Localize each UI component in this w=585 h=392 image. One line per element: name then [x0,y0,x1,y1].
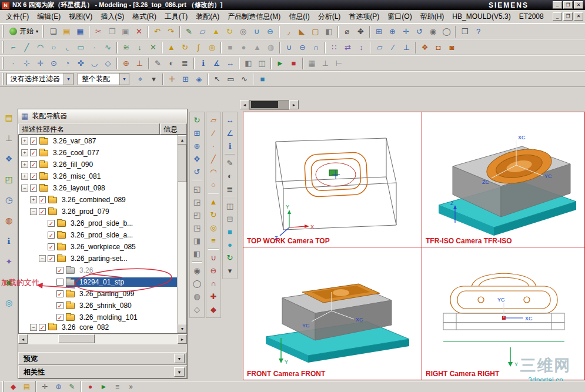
child-restore-icon[interactable]: ❐ [563,12,573,21]
lasso-select-icon[interactable]: ∿ [238,73,251,86]
revolve-strip-icon[interactable]: ↻ [207,209,220,221]
datum-axis-strip-icon[interactable]: ∕ [207,127,220,139]
tree-row[interactable]: ✓3.26 [19,264,177,276]
component-checkbox[interactable]: ✓ [56,302,63,309]
extrude-strip-icon[interactable]: ▲ [207,196,220,208]
assembly-scope-combo[interactable]: 整个装配 ▼ [78,73,129,85]
menu-item-5[interactable]: 工具(T) [161,11,192,22]
zoom-in-icon[interactable]: ⊕ [52,381,65,392]
component-checkbox[interactable]: ✓ [56,290,63,297]
selection-filter-combo[interactable]: 没有选择过滤器 ▼ [6,73,73,85]
scrollbar-track[interactable] [178,182,186,324]
intersect-strip-icon[interactable]: ∩ [207,277,220,290]
update-display-icon[interactable]: ↻ [223,252,236,264]
component-name[interactable]: 3.26_layout_098 [51,183,108,193]
internet-tab-icon[interactable]: ◎ [2,297,15,309]
object-information-icon[interactable]: ℹ [223,140,236,152]
refresh-view-icon[interactable]: ↻ [190,114,203,126]
boolean-intersect-icon[interactable]: ∩ [309,41,323,54]
tree-row[interactable]: ✓3.26_shrink_080 [19,300,177,311]
clip-section-icon[interactable]: ⊟ [223,213,236,225]
edge-blend-icon[interactable]: ◞ [282,25,295,38]
fillet-icon[interactable]: ◟ [61,41,74,54]
measure-distance-strip-icon[interactable]: ↔ [223,114,236,126]
offset-curve-icon[interactable]: ≋ [119,41,133,54]
tree-row[interactable]: ✓3.26_prod_side_b... [19,217,177,229]
touch-mode-icon[interactable]: ✛ [38,381,52,392]
tree-expander[interactable]: − [39,255,46,262]
front-view-icon[interactable]: ◳ [190,222,203,234]
tree-expander[interactable]: + [30,196,37,203]
scale-body-icon[interactable]: ↕ [355,41,368,54]
preview-section-bar[interactable]: 预览 ▼ [18,352,187,365]
fit-view-icon[interactable]: ⊞ [372,25,386,38]
boss-icon[interactable]: ◘ [432,41,445,54]
sweep-icon[interactable]: ∫ [192,41,205,54]
viewport-right[interactable]: XC YC Y RIGHT Camera RIGHT [422,247,585,380]
tree-row-content[interactable]: 3.26_layout_098 [39,183,177,193]
tree-row[interactable]: +✓3.26_combined_089 [19,194,177,206]
reuse-library-tab-icon[interactable]: ◰ [2,173,15,185]
dimensions-icon[interactable]: ⊢ [332,57,346,70]
shell-icon[interactable]: ▢ [309,25,322,38]
pocket-icon[interactable]: ◙ [445,41,459,54]
scrollbar-track[interactable] [28,334,178,344]
edit-display-strip-icon[interactable]: ✎ [223,157,236,169]
component-name[interactable]: 3.26_combined_089 [59,195,128,205]
viewport-tfr-iso[interactable]: XC YC ZC Z TFR-ISO Camera TFR-ISO [422,112,585,247]
hole-strip-icon[interactable]: ◎ [207,222,220,234]
point-strip-icon[interactable]: ∙ [207,140,220,152]
menu-item-7[interactable]: 产品制造信息(M) [223,11,285,22]
tree-expander[interactable]: + [21,149,28,156]
grid-icon[interactable]: ▦ [305,57,319,70]
menu-item-4[interactable]: 格式(R) [128,11,161,22]
tree-row-content[interactable]: 3.26_prod_side_b... [57,219,177,228]
tree-expander[interactable]: − [21,185,28,192]
tree-expander[interactable]: − [30,324,37,331]
component-checkbox[interactable]: ✓ [30,185,37,192]
right-view-icon[interactable]: ◨ [190,234,203,247]
tree-row-content[interactable]: 3.26_molding_101 [66,313,177,322]
menu-item-14[interactable]: ET2008 [515,11,548,22]
toolbar-grip[interactable] [2,41,4,53]
component-name[interactable]: 3.26_prod_side_a... [68,230,135,240]
copy-icon[interactable]: ❐ [105,25,119,38]
wcs-orient-icon[interactable]: ⊥ [133,57,146,70]
perspective-view-icon[interactable]: ◇ [190,303,203,316]
layer-settings-icon[interactable]: ≣ [178,57,192,70]
orient-view-cube-icon[interactable]: ■ [256,73,269,86]
component-name[interactable]: 3.26_workpiece_085 [68,242,138,252]
component-checkbox[interactable]: ✓ [48,255,55,262]
menu-item-1[interactable]: 编辑(E) [33,11,65,22]
move-object-icon[interactable]: ✥ [354,25,367,38]
tree-row-content[interactable]: 3.26_combined_089 [48,195,177,205]
menu-item-11[interactable]: 窗口(O) [383,11,416,22]
patch-strip-icon[interactable]: ◆ [207,303,220,316]
revolve-icon[interactable]: ↻ [223,25,236,38]
component-name[interactable]: 19294_01_stp [77,277,126,287]
tree-row[interactable]: 19294_01_stp [19,276,177,288]
scroll-left-icon[interactable]: ◄ [240,100,249,109]
top-selection-priority-icon[interactable]: ⊞ [179,73,192,86]
component-name[interactable]: 3.26_parting_099 [77,289,136,299]
snap-point-on-curve-icon[interactable]: ◡ [88,57,101,70]
tree-row-content[interactable]: 3.26_prod_079 [48,207,177,216]
annotate-icon[interactable]: ✎ [65,381,79,392]
rectangle-icon[interactable]: ▭ [74,41,88,54]
expand-more-icon[interactable]: ▾ [223,264,236,277]
datum-plane-strip-icon[interactable]: ▱ [207,114,220,126]
combo-dropdown-icon[interactable]: ▼ [63,73,73,85]
menu-item-8[interactable]: 信息(I) [285,11,313,22]
extrude-icon[interactable]: ▲ [209,25,223,38]
component-checkbox[interactable]: ✓ [39,196,46,203]
component-checkbox[interactable]: ✓ [48,232,55,239]
tree-row-content[interactable]: 3.26 [66,266,177,275]
component-checkbox[interactable]: ✓ [48,243,55,250]
hole-icon[interactable]: ◎ [236,25,250,38]
tree-row[interactable]: ✓3.26_parting_099 [19,288,177,300]
arc-strip-icon[interactable]: ◠ [207,166,220,178]
sketch-icon[interactable]: ✎ [182,25,196,38]
component-checkbox[interactable]: ✓ [30,173,37,180]
tree-row-content[interactable]: 3.26_misc_081 [39,172,177,181]
zoom-icon[interactable]: ⊕ [386,25,399,38]
